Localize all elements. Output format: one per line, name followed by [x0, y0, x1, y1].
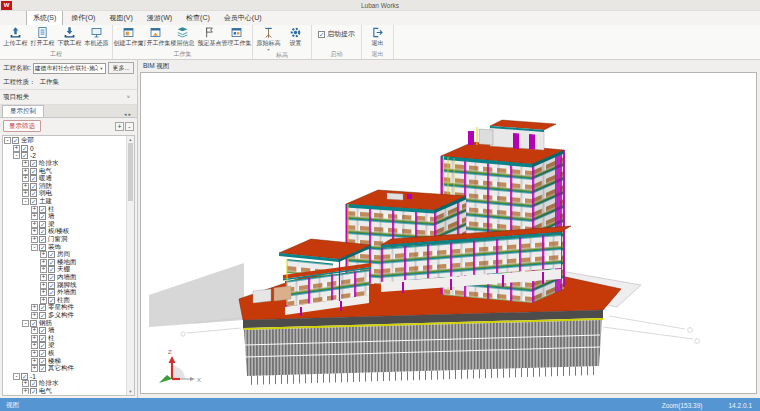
tree-item-给排水[interactable]: +✓给排水 [4, 160, 126, 168]
elevation-button[interactable]: 原始标高▾ [255, 26, 282, 51]
expand-icon[interactable]: + [40, 297, 47, 304]
tree-item-多义构件[interactable]: +✓多义构件 [4, 312, 126, 320]
tree-checkbox[interactable]: ✓ [30, 190, 37, 197]
collapse-icon[interactable]: - [31, 244, 38, 251]
expand-icon[interactable]: + [31, 236, 38, 243]
tree-item-电气[interactable]: +✓电气 [4, 167, 126, 175]
bim-viewport[interactable]: Z X [140, 72, 757, 394]
menu-item-4[interactable]: 检查(C) [180, 11, 216, 25]
open-project-button[interactable]: 打开工程 [29, 26, 56, 48]
tree-scrollbar[interactable]: ▴ ▾ [126, 136, 134, 395]
tree-item-钢筋[interactable]: -✓钢筋 [4, 319, 126, 327]
local-restore-button[interactable]: 本机还原 [83, 26, 110, 48]
collapse-icon[interactable]: - [13, 373, 20, 380]
checkbox-check-icon[interactable]: ✓ [318, 31, 325, 38]
project-related-section[interactable]: 项目相关 ˅ [0, 89, 137, 105]
tree-item-墙[interactable]: +✓墙 [4, 213, 126, 221]
exit-button[interactable]: 退出 [364, 26, 391, 48]
tree-checkbox[interactable]: ✓ [48, 259, 55, 266]
tree-checkbox[interactable]: ✓ [39, 365, 46, 372]
tree-checkbox[interactable]: ✓ [30, 160, 37, 167]
collapse-icon[interactable]: - [4, 137, 11, 144]
tree-checkbox[interactable]: ✓ [39, 206, 46, 213]
menu-item-3[interactable]: 漫游(W) [141, 11, 178, 25]
tree-item-全部[interactable]: -✓全部 [4, 137, 126, 145]
tree-item-消防[interactable]: +✓消防 [4, 183, 126, 191]
tree-item-墙[interactable]: +✓墙 [4, 327, 126, 335]
tree-item-土建[interactable]: -✓土建 [4, 198, 126, 206]
expand-icon[interactable]: + [22, 388, 29, 394]
manage-workset-button[interactable]: 管理工作集 [223, 26, 250, 48]
expand-icon[interactable]: + [31, 350, 38, 357]
collapse-all-button[interactable]: - [125, 122, 134, 131]
menu-item-1[interactable]: 操作(O) [65, 11, 101, 25]
tree-checkbox[interactable]: ✓ [39, 304, 46, 311]
base-point-button[interactable]: 预定基点 [196, 26, 223, 48]
tree-checkbox[interactable]: ✓ [39, 236, 46, 243]
project-name-combobox[interactable]: 建德市村社合作联社-施工模型 ▾ [33, 63, 106, 74]
tab-display-control[interactable]: 显示控制 [2, 105, 44, 117]
bim-model-canvas[interactable]: Z X [141, 73, 756, 393]
collapse-icon[interactable]: - [13, 152, 20, 159]
floor-info-button[interactable]: 楼层信息 [169, 26, 196, 48]
tree-item-柱[interactable]: +✓柱 [4, 334, 126, 342]
tab-nav-arrows[interactable]: ◂▸ [124, 111, 135, 117]
menu-item-5[interactable]: 会员中心(U) [218, 11, 268, 25]
scroll-thumb[interactable] [128, 143, 133, 201]
viewport-tab-bim-view[interactable]: BIM 视图 [138, 60, 760, 72]
tree-checkbox[interactable]: ✓ [39, 342, 46, 349]
tree-item-门窗洞[interactable]: +✓门窗洞 [4, 236, 126, 244]
scroll-down-icon[interactable]: ▾ [127, 388, 134, 395]
settings-button[interactable]: 设置 [282, 26, 309, 48]
tree-checkbox[interactable]: ✓ [30, 388, 37, 394]
tree-checkbox[interactable]: ✓ [48, 251, 55, 258]
collapse-icon[interactable]: - [22, 198, 29, 205]
collapse-icon[interactable]: - [22, 320, 29, 327]
more-button[interactable]: 更多... [108, 62, 134, 74]
tree-checkbox[interactable]: ✓ [48, 282, 55, 289]
tree-checkbox[interactable]: ✓ [30, 168, 37, 175]
upload-project-button[interactable]: 上传工程 [2, 26, 29, 48]
tree-checkbox[interactable]: ✓ [39, 213, 46, 220]
local-restore-icon [90, 26, 103, 39]
startup-tip-checkbox[interactable]: ✓启动提示 [318, 29, 355, 39]
combo-arrow-icon[interactable]: ▾ [97, 66, 105, 71]
tree-item-弱电[interactable]: +✓弱电 [4, 190, 126, 198]
tree-checkbox[interactable]: ✓ [39, 327, 46, 334]
tree-checkbox[interactable]: ✓ [30, 175, 37, 182]
tree-item-暖通[interactable]: +✓暖通 [4, 175, 126, 183]
tree-checkbox[interactable]: ✓ [30, 380, 37, 387]
tree-item-板[interactable]: +✓板 [4, 350, 126, 358]
open-workset-button[interactable]: 打开工作集 [142, 26, 169, 48]
expand-icon[interactable]: + [31, 312, 38, 319]
tree-item-0[interactable]: +✓0 [4, 145, 126, 153]
menu-item-2[interactable]: 视图(V) [103, 11, 138, 25]
tree-checkbox[interactable]: ✓ [39, 335, 46, 342]
tree-item--2[interactable]: -✓-2 [4, 152, 126, 160]
tree-checkbox[interactable]: ✓ [30, 198, 37, 205]
download-project-button[interactable]: 下载工程 [56, 26, 83, 48]
tree-checkbox[interactable]: ✓ [30, 183, 37, 190]
tree-item-柱[interactable]: +✓柱 [4, 205, 126, 213]
tree-checkbox[interactable]: ✓ [21, 145, 28, 152]
tree-checkbox[interactable]: ✓ [39, 358, 46, 365]
tree-checkbox[interactable]: ✓ [39, 228, 46, 235]
expand-icon[interactable]: + [31, 365, 38, 372]
display-filter-button[interactable]: 显示筛选 [3, 120, 41, 132]
tree-item--1[interactable]: -✓-1 [4, 372, 126, 380]
scroll-up-icon[interactable]: ▴ [127, 136, 134, 143]
expand-all-button[interactable]: + [115, 122, 124, 131]
tree-item-电气[interactable]: +✓电气 [4, 388, 126, 394]
tree-checkbox[interactable]: ✓ [39, 221, 46, 228]
tree-checkbox[interactable]: ✓ [48, 274, 55, 281]
tree-checkbox[interactable]: ✓ [39, 350, 46, 357]
expand-icon[interactable]: + [40, 274, 47, 281]
tree-item-梁[interactable]: +✓梁 [4, 342, 126, 350]
tree-item-给排水[interactable]: +✓给排水 [4, 380, 126, 388]
tree-checkbox[interactable]: ✓ [48, 266, 55, 273]
tree-checkbox[interactable]: ✓ [48, 289, 55, 296]
tree-item-其它构件[interactable]: +✓其它构件 [4, 365, 126, 373]
create-workset-button[interactable]: 创建工作集 [115, 26, 142, 48]
chevron-down-icon[interactable]: ˅ [127, 94, 134, 100]
menu-item-0[interactable]: 系统(S) [26, 10, 63, 25]
